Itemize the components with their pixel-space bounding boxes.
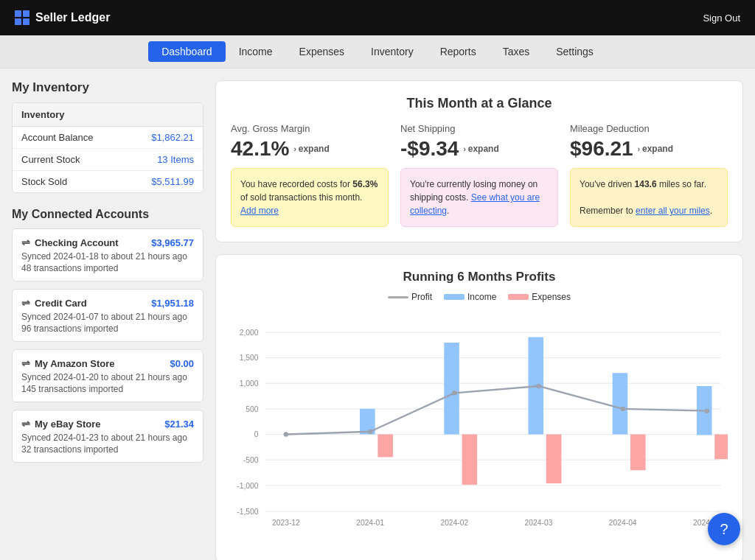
main-content: This Month at a Glance Avg. Gross Margin… xyxy=(203,80,743,560)
profit-dot-2 xyxy=(452,391,457,396)
income-bar-2 xyxy=(444,343,459,435)
sidebar: My Inventory Inventory Account Balance $… xyxy=(12,80,203,560)
glance-title: This Month at a Glance xyxy=(231,96,728,111)
margin-alert: You have recorded costs for 56.3% of sol… xyxy=(231,168,389,227)
nav-taxes[interactable]: Taxes xyxy=(490,41,543,62)
account-name: ⇌ My eBay Store xyxy=(21,418,101,430)
inventory-table: Inventory Account Balance $1,862.21 Curr… xyxy=(12,102,203,193)
account-card-credit: ⇌ Credit Card $1,951.18 Synced 2024-01-0… xyxy=(12,289,203,342)
shipping-title: Net Shipping xyxy=(400,123,558,134)
table-row: Stock Sold $5,511.99 xyxy=(13,171,203,192)
nav-dashboard[interactable]: Dashboard xyxy=(148,41,226,62)
current-stock-link[interactable]: 13 Items xyxy=(157,154,194,165)
account-name: ⇌ Checking Account xyxy=(21,237,119,248)
account-header: ⇌ Credit Card $1,951.18 xyxy=(21,297,194,309)
glance-col-margin: Avg. Gross Margin 42.1% › expand You hav… xyxy=(231,123,389,227)
svg-text:2024-03: 2024-03 xyxy=(525,519,553,527)
account-name: ⇌ My Amazon Store xyxy=(21,357,115,369)
account-name: ⇌ Credit Card xyxy=(21,297,87,309)
checking-transactions: 48 transactions imported xyxy=(21,263,194,273)
margin-expand-btn[interactable]: › expand xyxy=(293,144,329,154)
mileage-alert: You've driven 143.6 miles so far. Rememb… xyxy=(570,168,728,227)
nav-reports[interactable]: Reports xyxy=(427,41,490,62)
amazon-account-value[interactable]: $0.00 xyxy=(170,358,194,369)
app-logo: Seller Ledger xyxy=(15,10,110,25)
inventory-section-title: My Inventory xyxy=(12,80,203,95)
profit-dot-1 xyxy=(368,429,373,434)
checking-account-value[interactable]: $3,965.77 xyxy=(151,237,194,248)
add-more-link[interactable]: Add more xyxy=(240,206,279,216)
miles-bold: 143.6 xyxy=(635,179,657,189)
expense-bar-5 xyxy=(714,434,728,459)
sign-out-button[interactable]: Sign Out xyxy=(703,13,740,24)
chevron-right-icon: › xyxy=(293,145,296,153)
row-label: Stock Sold xyxy=(21,176,67,187)
mileage-expand-btn[interactable]: › expand xyxy=(638,144,673,154)
shipping-expand-btn[interactable]: › expand xyxy=(463,144,498,154)
account-card-ebay: ⇌ My eBay Store $21.34 Synced 2024-01-23… xyxy=(12,410,203,463)
account-header: ⇌ My eBay Store $21.34 xyxy=(21,418,194,430)
secondary-nav: Dashboard Income Expenses Inventory Repo… xyxy=(0,35,755,69)
credit-transactions: 96 transactions imported xyxy=(21,323,194,334)
nav-income[interactable]: Income xyxy=(226,41,286,62)
shipping-alert: You're currently losing money on shippin… xyxy=(400,168,558,227)
chart-legend: Profit Income Expenses xyxy=(231,292,728,302)
credit-sync: Synced 2024-01-07 to about 21 hours ago xyxy=(21,312,194,322)
inventory-table-header: Inventory xyxy=(13,103,203,127)
svg-text:2024-04: 2024-04 xyxy=(609,519,637,527)
support-fab[interactable]: ? xyxy=(708,513,740,545)
shipping-value: -$9.34 › expand xyxy=(400,137,558,161)
account-balance-link[interactable]: $1,862.21 xyxy=(151,132,194,143)
ebay-account-value[interactable]: $21.34 xyxy=(164,419,194,430)
margin-value: 42.1% › expand xyxy=(231,137,389,161)
table-row: Current Stock 13 Items xyxy=(13,149,203,171)
transfer-icon: ⇌ xyxy=(21,418,30,430)
svg-text:1,500: 1,500 xyxy=(240,354,259,362)
svg-text:0: 0 xyxy=(254,430,259,438)
mileage-title: Mileage Deduction xyxy=(570,123,728,134)
expenses-bar-icon xyxy=(508,294,529,300)
transfer-icon: ⇌ xyxy=(21,297,30,309)
glance-card: This Month at a Glance Avg. Gross Margin… xyxy=(215,80,743,242)
nav-expenses[interactable]: Expenses xyxy=(286,41,358,62)
ebay-transactions: 32 transactions imported xyxy=(21,444,194,455)
expense-bar-4 xyxy=(630,434,646,470)
svg-text:1,000: 1,000 xyxy=(240,379,259,388)
profit-dot-5 xyxy=(705,408,710,413)
nav-settings[interactable]: Settings xyxy=(543,41,607,62)
svg-text:2024-01: 2024-01 xyxy=(356,519,384,527)
legend-income: Income xyxy=(444,292,496,302)
svg-text:-1,500: -1,500 xyxy=(237,508,258,516)
amazon-account-label: My Amazon Store xyxy=(35,358,115,369)
profits-chart: .axis-label { font-size: 11px; fill: #88… xyxy=(231,311,728,547)
ebay-account-label: My eBay Store xyxy=(35,419,101,430)
chevron-right-icon: › xyxy=(463,145,465,153)
glance-grid: Avg. Gross Margin 42.1% › expand You hav… xyxy=(231,123,728,227)
row-label: Current Stock xyxy=(21,154,80,165)
legend-profit: Profit xyxy=(388,292,432,302)
expense-bar-1 xyxy=(378,434,393,457)
svg-text:-1,000: -1,000 xyxy=(237,482,258,490)
chart-title: Running 6 Months Profits xyxy=(231,270,728,284)
alert-bold: 56.3% xyxy=(352,179,378,189)
profit-line-icon xyxy=(388,296,408,298)
checking-account-label: Checking Account xyxy=(35,237,119,248)
table-row: Account Balance $1,862.21 xyxy=(13,127,203,149)
nav-inventory[interactable]: Inventory xyxy=(358,41,427,62)
svg-text:500: 500 xyxy=(246,405,258,413)
account-header: ⇌ Checking Account $3,965.77 xyxy=(21,237,194,248)
account-card-checking: ⇌ Checking Account $3,965.77 Synced 2024… xyxy=(12,228,203,281)
chevron-right-icon: › xyxy=(638,145,640,153)
chart-area: .axis-label { font-size: 11px; fill: #88… xyxy=(231,311,728,547)
enter-miles-link[interactable]: enter all your miles xyxy=(636,206,710,216)
transfer-icon: ⇌ xyxy=(21,237,30,248)
svg-text:2024-02: 2024-02 xyxy=(440,519,468,527)
stock-sold-link[interactable]: $5,511.99 xyxy=(151,176,194,187)
svg-text:-500: -500 xyxy=(243,456,259,464)
margin-title: Avg. Gross Margin xyxy=(231,123,389,134)
alert-text-mid: of sold transactions this month. xyxy=(240,192,362,203)
income-bar-4 xyxy=(613,373,628,434)
glance-col-shipping: Net Shipping -$9.34 › expand You're curr… xyxy=(400,123,558,227)
credit-account-value[interactable]: $1,951.18 xyxy=(151,298,194,309)
transfer-icon: ⇌ xyxy=(21,357,30,369)
